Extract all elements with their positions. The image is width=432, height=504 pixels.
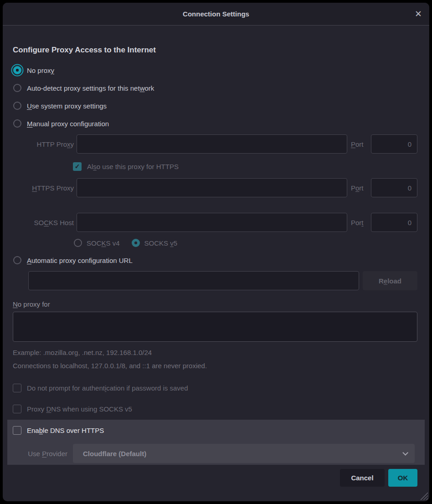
radio-auto-config-url[interactable]: Automatic proxy configuration URL: [13, 255, 417, 266]
resize-grip[interactable]: [420, 492, 428, 500]
http-port-label: Port: [351, 140, 368, 148]
socks-v5-label: SOCKS v5: [144, 239, 178, 247]
use-provider-label: Use Provider: [13, 450, 73, 458]
no-proxy-for-textarea: [13, 312, 417, 342]
http-proxy-row: HTTP Proxy Port: [13, 134, 417, 154]
radio-label: Automatic proxy configuration URL: [27, 257, 133, 264]
radio-socks-v5: SOCKS v5: [132, 239, 178, 247]
radio-auto-detect[interactable]: Auto-detect proxy settings for this netw…: [13, 82, 417, 93]
cancel-button[interactable]: Cancel: [340, 469, 385, 487]
https-proxy-label: HTTPS Proxy: [13, 184, 77, 192]
https-proxy-row: HTTPS Proxy Port: [13, 178, 417, 197]
socks-port-label: Port: [351, 219, 368, 226]
radio-icon: [13, 102, 21, 110]
dialog-footer: Cancel OK: [13, 469, 417, 487]
checkbox-icon: [13, 426, 21, 435]
reload-button: Reload: [363, 271, 417, 290]
no-proxy-example-text: Example: .mozilla.org, .net.nz, 192.168.…: [13, 349, 417, 356]
dns-over-https-section: Enable DNS over HTTPS Use Provider Cloud…: [7, 420, 425, 465]
radio-manual-proxy[interactable]: Manual proxy configuration: [13, 118, 417, 129]
radio-label: Manual proxy configuration: [27, 120, 109, 128]
close-button[interactable]: ✕: [415, 3, 422, 25]
checkbox-label: Enable DNS over HTTPS: [27, 427, 104, 434]
socks-host-row: SOCKS Host Port: [13, 213, 417, 232]
checkbox-label: Proxy DNS when using SOCKS v5: [27, 405, 132, 413]
https-port-input: [371, 178, 417, 197]
proxy-dns-checkbox-row: Proxy DNS when using SOCKS v5: [13, 403, 417, 414]
auto-config-url-row: Reload: [28, 271, 417, 290]
provider-row: Use Provider Cloudflare (Default): [13, 444, 415, 463]
socks-host-input: [77, 213, 347, 232]
checkbox-icon: [13, 405, 21, 413]
chevron-down-icon: [402, 450, 408, 456]
radio-label: Auto-detect proxy settings for this netw…: [27, 84, 154, 92]
radio-icon: [13, 256, 21, 264]
radio-icon: [13, 84, 21, 92]
socks-v4-label: SOCKS v4: [87, 239, 120, 247]
radio-icon: [74, 239, 82, 247]
checkbox-icon: [13, 384, 21, 392]
localhost-note-text: Connections to localhost, 127.0.0.1/8, a…: [13, 362, 417, 370]
title-bar: Connection Settings ✕: [3, 3, 429, 26]
auto-config-url-input: [28, 271, 359, 290]
https-proxy-input: [77, 178, 347, 197]
https-port-label: Port: [351, 184, 368, 192]
dialog-content: Configure Proxy Access to the Internet N…: [3, 46, 429, 487]
dialog-title: Connection Settings: [183, 10, 249, 18]
http-port-input: [371, 134, 417, 154]
http-proxy-label: HTTP Proxy: [13, 140, 77, 148]
checkbox-checked-icon: ✓: [73, 162, 82, 171]
provider-select: Cloudflare (Default): [73, 444, 415, 463]
no-proxy-for-label: No proxy for: [13, 300, 417, 308]
checkbox-label: Also use this proxy for HTTPS: [87, 163, 179, 170]
ok-button[interactable]: OK: [388, 469, 417, 487]
socks-version-row: SOCKS v4 SOCKS v5: [74, 237, 417, 248]
enable-doh-checkbox-row[interactable]: Enable DNS over HTTPS: [13, 424, 415, 436]
connection-settings-dialog: Connection Settings ✕ Configure Proxy Ac…: [3, 3, 429, 501]
close-icon: ✕: [415, 9, 422, 19]
radio-use-system[interactable]: Use system proxy settings: [13, 100, 417, 111]
radio-selected-icon: [13, 66, 21, 74]
section-heading: Configure Proxy Access to the Internet: [13, 46, 417, 55]
also-use-https-checkbox-row: ✓ Also use this proxy for HTTPS: [73, 161, 417, 172]
radio-label: No proxy: [27, 67, 54, 74]
provider-selected-value: Cloudflare (Default): [83, 450, 146, 458]
socks-port-input: [371, 213, 417, 232]
checkbox-label: Do not prompt for authentication if pass…: [27, 384, 188, 392]
radio-label: Use system proxy settings: [27, 102, 107, 110]
socks-host-label: SOCKS Host: [13, 219, 77, 226]
radio-icon: [13, 119, 21, 128]
http-proxy-input: [77, 134, 347, 154]
radio-selected-muted-icon: [132, 239, 140, 247]
radio-no-proxy[interactable]: No proxy: [13, 65, 417, 76]
no-auth-prompt-checkbox-row: Do not prompt for authentication if pass…: [13, 382, 417, 393]
